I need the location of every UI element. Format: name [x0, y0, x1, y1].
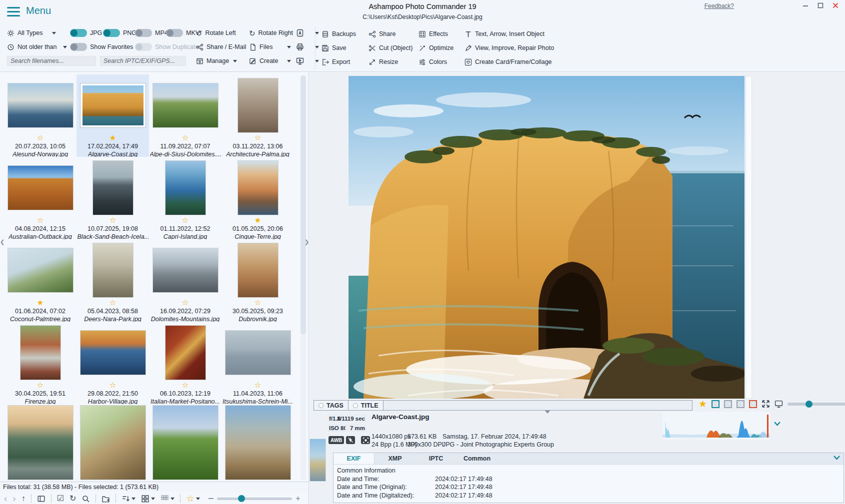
photo-grid-item[interactable]: ☆ 10.07.2025, 19:08 Black-Sand-Beach-Ice… [76, 157, 149, 239]
thumbnail[interactable] [238, 243, 278, 297]
photo-grid-item[interactable]: ★ 01.06.2024, 07:02 Coconut-Palmtree.jpg [4, 239, 76, 322]
thumbnail[interactable] [226, 406, 290, 480]
photo-grid-item[interactable]: ☆ 11.04.2023, 11:06 Itsukushima-Schrein-… [222, 322, 294, 404]
grid-scrollbar[interactable] [300, 75, 306, 480]
metadata-collapse-chevron[interactable] [833, 455, 840, 460]
thumbnail[interactable] [80, 331, 146, 375]
favorite-star[interactable]: ★ [254, 216, 261, 225]
favorite-star[interactable]: ☆ [37, 381, 44, 390]
select-checkbox-button[interactable] [57, 495, 64, 503]
item-filename[interactable]: Dubrovnik.jpg [238, 315, 276, 322]
tag-input-bar[interactable] [384, 400, 692, 411]
item-filename[interactable]: Deers-Nara-Park.jpg [84, 315, 142, 322]
fullscreen-icon[interactable] [762, 400, 770, 408]
item-filename[interactable]: Harbor-Village.jpg [88, 398, 138, 404]
thumbnail[interactable] [20, 326, 60, 380]
panel-layout-button[interactable] [37, 495, 46, 503]
photo-grid-item[interactable] [149, 404, 222, 482]
item-filename[interactable]: Italian-Market-Positano... [150, 398, 220, 404]
files-dropdown[interactable] [287, 41, 291, 53]
thumbnail[interactable] [8, 83, 73, 127]
rotate-left-button[interactable]: Rotate Left [196, 27, 236, 39]
title-radio-icon[interactable] [353, 403, 358, 408]
photo-grid-item[interactable]: ☆ 20.07.2023, 10:05 Alesund-Norway.jpg [4, 74, 76, 157]
tab-iptc[interactable]: IPTC [416, 453, 456, 464]
photo-grid-item[interactable]: ☆ 04.08.2024, 12:15 Australian-Outback.j… [4, 157, 76, 239]
thumbnail-size-button[interactable] [160, 495, 174, 503]
photo-grid-item[interactable] [76, 404, 149, 482]
toggle-png[interactable]: PNG [103, 27, 136, 39]
feedback-link[interactable]: Feedback? [704, 2, 734, 9]
favorite-star[interactable]: ☆ [182, 381, 188, 390]
favorite-star[interactable]: ☆ [254, 133, 261, 142]
manage-dropdown[interactable] [233, 55, 237, 67]
refresh-button[interactable] [70, 495, 76, 503]
preview-zoom-slider[interactable] [788, 403, 845, 406]
zoom-out-icon[interactable] [208, 498, 214, 499]
text-arrow-insert-button[interactable]: Text, Arrow, Insert Object [464, 28, 574, 40]
photo-grid-item[interactable]: ☆ 05.04.2023, 08:58 Deers-Nara-Park.jpg [76, 239, 149, 322]
favorite-star[interactable]: ☆ [254, 381, 261, 390]
preview-zoom-knob[interactable] [806, 401, 812, 408]
thumbnail[interactable] [93, 161, 133, 215]
favorite-star[interactable]: ☆ [254, 298, 261, 307]
sort-button[interactable] [122, 495, 136, 503]
expand-left-panel-arrow[interactable] [304, 239, 309, 245]
photo-grid-item[interactable] [222, 404, 294, 482]
toggle-mkv[interactable]: MKV [166, 27, 200, 39]
zoom-slider-knob[interactable] [238, 495, 245, 502]
photo-grid-item[interactable]: ★ 01.05.2025, 20:06 Cinque-Terre.jpg [222, 157, 294, 239]
thumbnail[interactable] [153, 248, 218, 292]
collapse-info-arrow[interactable] [544, 410, 550, 414]
favorite-star[interactable]: ☆ [182, 298, 188, 307]
export-button[interactable]: Export [322, 56, 368, 68]
create-dropdown[interactable] [287, 55, 291, 67]
create-button[interactable]: Create [249, 55, 278, 67]
create-card-frame-collage-button[interactable]: Create Card/Frame/Collage [464, 56, 574, 68]
favorite-star[interactable]: ☆ [182, 133, 188, 142]
histogram-collapse-chevron[interactable] [774, 421, 781, 426]
photo-grid-item[interactable]: ☆ 01.11.2022, 12:52 Capri-Island.jpg [149, 157, 222, 239]
view-improve-repair-button[interactable]: View, Improve, Repair Photo [464, 42, 574, 54]
photo-grid-item[interactable]: ☆ 03.11.2022, 13:06 Architecture-Palma.j… [222, 74, 294, 157]
share-button[interactable]: Share [368, 28, 418, 40]
item-filename[interactable]: Cinque-Terre.jpg [234, 233, 281, 239]
item-filename[interactable]: Australian-Outback.jpg [8, 233, 72, 239]
item-filename[interactable]: Itsukushima-Schrein-Mi... [222, 398, 293, 404]
tab-common[interactable]: Common [456, 453, 498, 464]
thumbnail[interactable] [80, 406, 146, 480]
save-button[interactable]: Save [322, 42, 368, 54]
item-filename[interactable]: Firenze.jpg [25, 398, 56, 404]
minimize-button[interactable] [802, 2, 809, 9]
search-icon[interactable] [82, 495, 90, 503]
maximize-button[interactable] [817, 2, 824, 9]
item-filename[interactable]: Algarve-Coast.jpg [88, 150, 138, 157]
photo-grid-item[interactable]: ☆ 16.09.2022, 07:29 Dolomites-Mountains.… [149, 239, 222, 322]
photo-grid-item[interactable]: ☆ 30.04.2025, 19:51 Firenze.jpg [4, 322, 76, 404]
favorite-star[interactable]: ★ [37, 298, 44, 307]
view-mode-4-icon[interactable] [749, 400, 757, 408]
thumbnail[interactable] [238, 78, 278, 132]
collapse-left-panel-arrow[interactable] [0, 239, 4, 245]
view-mode-3-icon[interactable] [736, 400, 744, 408]
photo-grid-item[interactable]: ☆ 30.05.2025, 09:23 Dubrovnik.jpg [222, 239, 294, 322]
back-button[interactable] [4, 495, 7, 503]
toggle-mp4[interactable]: MP4 [135, 27, 168, 39]
thumbnail[interactable] [226, 331, 290, 375]
tab-title[interactable]: TITLE [348, 400, 384, 411]
photo-grid-item[interactable]: ☆ 11.09.2022, 07:07 Alpe-di-Siusi-Dolomi… [149, 74, 222, 157]
jpg-switch[interactable] [70, 29, 87, 37]
item-filename[interactable]: Alesund-Norway.jpg [12, 150, 68, 157]
tab-exif[interactable]: EXIF [334, 453, 374, 464]
up-folder-button[interactable] [22, 495, 26, 503]
favorite-toggle-star[interactable] [698, 399, 707, 409]
resize-button[interactable]: Resize [368, 56, 418, 68]
file-type-filter[interactable]: All Types [7, 27, 56, 39]
favorite-star[interactable]: ☆ [110, 298, 116, 307]
search-filenames-input[interactable] [7, 56, 96, 66]
close-button[interactable] [832, 2, 839, 9]
backups-button[interactable]: Backups [322, 28, 368, 40]
photo-grid-item[interactable]: ★ 17.02.2024, 17:49 Algarve-Coast.jpg [76, 74, 149, 157]
new-folder-button[interactable] [102, 495, 110, 503]
tags-radio-icon[interactable] [318, 403, 324, 408]
